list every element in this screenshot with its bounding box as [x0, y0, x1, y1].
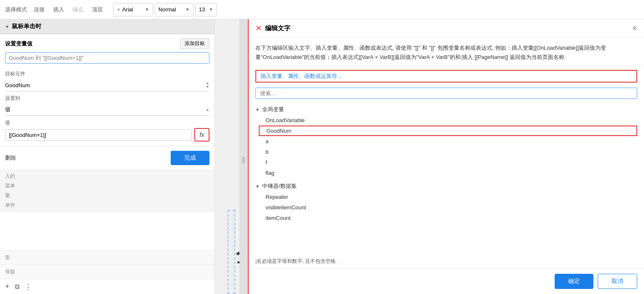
- toolbar-anchor[interactable]: 锚点: [69, 6, 87, 13]
- edit-text-icon: ✕: [255, 24, 262, 33]
- event-header: ▼ 鼠标单击时: [0, 19, 215, 34]
- right-area: 全部变量 300 ✕ 编辑文字 ✕ 在下方编辑区输入文字、插入变量、属性、函数或…: [215, 19, 644, 294]
- global-vars-group[interactable]: ▼ 全局变量: [255, 104, 637, 115]
- set-variable-header: 设置变量值 添加目标: [5, 38, 209, 49]
- font-family-down-arrow: ▼: [117, 8, 121, 12]
- ruler-number: 300: [241, 157, 246, 163]
- set-to-arrows-icon: ▲: [206, 108, 209, 112]
- set-to-select[interactable]: 值 ▲: [5, 104, 209, 116]
- repeater-label: 中继器/数据集: [262, 182, 297, 190]
- set-variable-section: 设置变量值 添加目标 目标元件 GoodNum ▲▼ 设置到 值: [0, 34, 215, 146]
- more-button[interactable]: ⋮: [24, 282, 32, 291]
- toolbar-select-mode[interactable]: 选择模式: [3, 6, 29, 13]
- font-size-chevron-icon: ▼: [209, 7, 213, 12]
- font-style-dropdown[interactable]: Normal ▼: [155, 3, 193, 16]
- variable-note: |名必须是字母和数字, 且不包含空格.: [249, 254, 644, 268]
- repeater-group[interactable]: ▼ 中继器/数据集: [255, 181, 637, 192]
- target-element-value: GoodNum: [5, 82, 30, 88]
- font-size-label: 13: [199, 6, 207, 13]
- main-layout: ▼ 鼠标单击时 设置变量值 添加目标 目标元件 GoodNum ▲▼: [0, 19, 644, 294]
- fx-icon: fx: [200, 131, 204, 138]
- set-to-label: 设置到: [5, 95, 209, 102]
- add-button[interactable]: +: [5, 282, 10, 291]
- value-row: fx: [5, 128, 209, 142]
- set-to-value: 值: [5, 106, 11, 113]
- left-panel-menu: 入的 菜单 量 单件: [0, 169, 215, 212]
- event-panel: ▼ 鼠标单击时 设置变量值 添加目标 目标元件 GoodNum ▲▼: [0, 19, 215, 250]
- add-target-button[interactable]: 添加目标: [180, 38, 209, 49]
- menu-item-menu: 菜单: [5, 182, 209, 190]
- menu-item-single: 单件: [5, 201, 209, 210]
- global-vars-triangle-icon: ▼: [255, 107, 260, 112]
- toolbar: 选择模式 连接 插入 锚点 顶层 ▼ Arial ▼ Normal ▼ 13 ▼: [0, 0, 644, 19]
- event-triangle-icon: ▼: [5, 24, 9, 29]
- confirm-button[interactable]: 确定: [555, 274, 593, 289]
- toolbar-connect[interactable]: 连接: [30, 6, 48, 13]
- edit-text-dialog: 全部变量 300 ✕ 编辑文字 ✕ 在下方编辑区输入文字、插入变量、属性、函数或…: [215, 19, 644, 294]
- font-family-label: Arial: [122, 6, 143, 13]
- tree-item-repeater[interactable]: Repeater: [255, 192, 637, 202]
- font-family-dropdown[interactable]: ▼ Arial ▼: [113, 3, 153, 16]
- repeater-triangle-icon: ▼: [255, 184, 260, 189]
- target-element-arrows-icon: ▲▼: [206, 81, 209, 89]
- fx-button[interactable]: fx: [194, 128, 209, 142]
- copy-button[interactable]: ⧉: [15, 283, 19, 291]
- variable-tree: ▼ 全局变量 OnLoadVariable GoodNum a b: [249, 102, 644, 254]
- shape-section: 形: [0, 250, 215, 265]
- tree-item-b[interactable]: b: [255, 147, 637, 157]
- value-input[interactable]: [5, 129, 192, 141]
- event-title: 鼠标单击时: [12, 23, 41, 30]
- done-button[interactable]: 完成: [171, 151, 209, 165]
- edit-text-header: ✕ 编辑文字 ✕: [249, 19, 644, 37]
- var-row-input[interactable]: [5, 52, 209, 64]
- cancel-button[interactable]: 取消: [598, 274, 637, 289]
- set-variable-title: 设置变量值: [5, 40, 32, 48]
- global-vars-label: 全局变量: [262, 106, 284, 113]
- search-input[interactable]: [255, 88, 637, 99]
- edit-text-footer: 确定 取消: [249, 268, 644, 294]
- font-style-chevron-icon: ▼: [185, 7, 190, 12]
- canvas-area: 全部变量 300: [215, 19, 248, 294]
- tree-item-goodnum[interactable]: GoodNum: [259, 126, 637, 136]
- tree-item-flag[interactable]: flag: [255, 168, 637, 178]
- menu-item-rude: 入的: [5, 172, 209, 181]
- delete-button[interactable]: 删除: [5, 154, 16, 162]
- target-element-label: 目标元件: [5, 70, 209, 78]
- value-label: 值: [5, 119, 209, 126]
- edit-text-title: 编辑文字: [265, 24, 290, 32]
- canvas-ruler: 300: [239, 19, 248, 294]
- target-element-select[interactable]: GoodNum ▲▼: [5, 79, 209, 91]
- master-label: 母版: [5, 268, 209, 275]
- action-footer: 删除 完成: [0, 146, 215, 169]
- font-size-dropdown[interactable]: 13 ▼: [195, 3, 217, 16]
- master-section: 母版: [0, 265, 215, 279]
- shape-label: 形: [5, 254, 209, 261]
- tree-item-f[interactable]: f: [255, 157, 637, 168]
- insert-link[interactable]: 插入变量、属性、函数或运算符...: [255, 70, 637, 83]
- font-style-label: Normal: [158, 6, 184, 13]
- bottom-bar: + ⧉ ⋮: [0, 279, 215, 294]
- tree-item-a[interactable]: a: [255, 136, 637, 147]
- tree-item-visible-item-count[interactable]: visibleItemCount: [255, 202, 637, 213]
- dotted-canvas: [228, 210, 235, 294]
- tree-item-onloadvariable[interactable]: OnLoadVariable: [255, 115, 637, 126]
- left-panel: ▼ 鼠标单击时 设置变量值 添加目标 目标元件 GoodNum ▲▼: [0, 19, 215, 294]
- edit-text-panel: ✕ 编辑文字 ✕ 在下方编辑区输入文字、插入变量、属性、函数或表达式, 请使用 …: [248, 19, 644, 294]
- tree-item-item-count[interactable]: itemCount: [255, 213, 637, 223]
- edit-text-description: 在下方编辑区输入文字、插入变量、属性、函数或表达式, 请使用 "[[" 和 "]…: [249, 37, 644, 67]
- toolbar-top-layer[interactable]: 顶层: [89, 6, 106, 13]
- menu-item-var: 量: [5, 191, 209, 200]
- font-family-chevron-icon: ▼: [145, 7, 149, 12]
- toolbar-insert[interactable]: 插入: [50, 6, 67, 13]
- close-button[interactable]: ✕: [632, 24, 637, 32]
